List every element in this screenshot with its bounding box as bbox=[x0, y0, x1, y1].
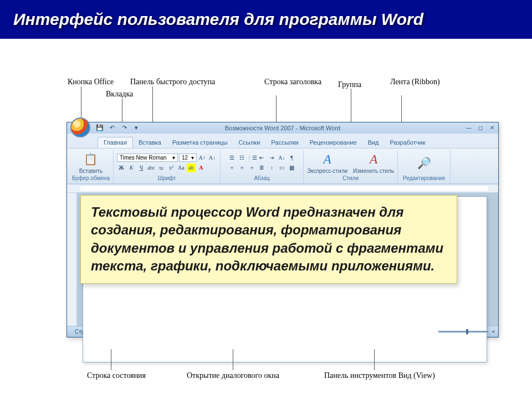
grow-font-icon[interactable]: A↑ bbox=[198, 154, 207, 162]
vertical-ruler[interactable] bbox=[67, 193, 77, 326]
sort-icon[interactable]: A↓ bbox=[277, 154, 286, 162]
save-icon[interactable]: 💾 bbox=[95, 122, 105, 132]
tab-view[interactable]: Вид bbox=[362, 137, 385, 148]
close-icon[interactable]: ✕ bbox=[487, 124, 497, 131]
show-marks-icon[interactable]: ¶ bbox=[287, 154, 296, 162]
editing-button[interactable]: 🔎 bbox=[416, 155, 432, 171]
callout-office-button: Кнопка Office bbox=[68, 78, 114, 86]
group-editing: 🔎 Редактирование bbox=[398, 150, 451, 183]
paste-icon: 📋 bbox=[83, 151, 99, 167]
borders-icon[interactable]: ▦ bbox=[287, 163, 296, 172]
quick-styles-button[interactable]: A Экспресс-стили bbox=[307, 151, 347, 174]
multilevel-icon[interactable]: ⋮☰ bbox=[247, 154, 256, 162]
callout-status-bar: Строка состояния bbox=[87, 371, 146, 380]
font-family-select[interactable]: Times New Roman▾ bbox=[117, 154, 178, 162]
shading-icon[interactable]: ▭ bbox=[277, 163, 286, 172]
change-style-button[interactable]: A Изменить стиль bbox=[353, 151, 394, 174]
subscript-button[interactable]: x₂ bbox=[157, 163, 166, 172]
group-title-paragraph: Абзац bbox=[224, 174, 300, 182]
leader-line bbox=[233, 349, 233, 370]
undo-icon[interactable]: ↶ bbox=[107, 122, 117, 132]
find-icon: 🔎 bbox=[416, 155, 432, 171]
group-font: Times New Roman▾ 12▾ A↑ A↓ Ж К Ч bbox=[114, 150, 221, 183]
group-clipboard: 📋 Вставить Буфер обмена bbox=[69, 150, 114, 183]
bullets-icon[interactable]: ☰ bbox=[227, 154, 236, 162]
group-title-font: Шрифт bbox=[117, 174, 217, 182]
slide-title: Интерфейс пользователя для программы Wor… bbox=[0, 0, 532, 39]
justify-icon[interactable]: ≣ bbox=[257, 163, 266, 172]
quick-access-toolbar: 💾 ↶ ↷ ▾ bbox=[95, 122, 141, 132]
callout-ribbon: Лента (Ribbon) bbox=[390, 78, 440, 86]
callout-view-toolbar: Панель инструментов Вид (View) bbox=[324, 371, 435, 380]
paste-label: Вставить bbox=[79, 168, 103, 174]
quick-styles-label: Экспресс-стили bbox=[307, 168, 347, 174]
document-area: Текстовый процессор Word предназначен дл… bbox=[67, 193, 498, 326]
strike-button[interactable]: abc bbox=[147, 163, 156, 172]
font-size-value: 12 bbox=[182, 155, 188, 161]
callout-tab: Вкладка bbox=[106, 90, 133, 99]
quick-styles-icon: A bbox=[320, 151, 335, 167]
font-size-select[interactable]: 12▾ bbox=[179, 154, 197, 162]
title-bar: 💾 ↶ ↷ ▾ Возможности Word 2007 - Microsof… bbox=[67, 122, 498, 134]
highlight-button[interactable]: ab bbox=[187, 163, 196, 172]
tab-references[interactable]: Ссылки bbox=[233, 137, 266, 148]
text-effects-button[interactable]: Aa bbox=[177, 163, 186, 172]
group-title-editing: Редактирование bbox=[401, 174, 447, 182]
group-title-clipboard: Буфер обмена bbox=[72, 174, 110, 182]
callout-group: Группа bbox=[338, 80, 361, 89]
callout-quick-access: Панель быстрого доступа bbox=[130, 78, 215, 86]
superscript-button[interactable]: x² bbox=[167, 163, 176, 172]
minimize-icon[interactable]: — bbox=[464, 124, 474, 131]
office-button[interactable] bbox=[70, 117, 90, 137]
callout-dialog-launcher: Открытие диалогового окна bbox=[187, 371, 279, 380]
italic-button[interactable]: К bbox=[127, 163, 136, 172]
group-styles: A Экспресс-стили A Изменить стиль Стили bbox=[304, 150, 398, 183]
dec-indent-icon[interactable]: ⇤ bbox=[257, 154, 266, 162]
word-window: 💾 ↶ ↷ ▾ Возможности Word 2007 - Microsof… bbox=[66, 122, 499, 337]
zoom-in-icon[interactable]: + bbox=[492, 329, 495, 335]
change-style-label: Изменить стиль bbox=[353, 168, 394, 174]
align-left-icon[interactable]: ≡ bbox=[227, 163, 236, 172]
callout-title-bar: Строка заголовка bbox=[264, 78, 321, 86]
group-paragraph: ☰ ☷ ⋮☰ ⇤ ⇥ A↓ ¶ ≡ ≡ ≡ ≣ bbox=[221, 150, 304, 183]
font-family-value: Times New Roman bbox=[120, 155, 167, 161]
group-title-styles: Стили bbox=[307, 174, 394, 182]
numbering-icon[interactable]: ☷ bbox=[237, 154, 246, 162]
tab-page-layout[interactable]: Разметка страницы bbox=[167, 137, 233, 148]
change-style-icon: A bbox=[366, 151, 381, 167]
tab-insert[interactable]: Вставка bbox=[133, 137, 167, 148]
horizontal-ruler[interactable] bbox=[67, 184, 498, 193]
annotation-note: Текстовый процессор Word предназначен дл… bbox=[80, 195, 457, 284]
window-title-text: Возможности Word 2007 - Microsoft Word bbox=[225, 125, 340, 131]
document-page[interactable]: Текстовый процессор Word предназначен дл… bbox=[83, 196, 487, 362]
inc-indent-icon[interactable]: ⇥ bbox=[267, 154, 276, 162]
shrink-font-icon[interactable]: A↓ bbox=[208, 154, 217, 162]
leader-line bbox=[374, 349, 375, 370]
line-spacing-icon[interactable]: ↕ bbox=[267, 163, 276, 172]
qat-more-icon[interactable]: ▾ bbox=[131, 122, 141, 132]
bold-button[interactable]: Ж bbox=[117, 163, 126, 172]
tab-developer[interactable]: Разработчик bbox=[385, 137, 431, 148]
align-center-icon[interactable]: ≡ bbox=[237, 163, 246, 172]
tab-review[interactable]: Рецензирование bbox=[304, 137, 362, 148]
ribbon: 📋 Вставить Буфер обмена Times New Roman▾ bbox=[67, 148, 498, 184]
paste-button[interactable]: 📋 Вставить bbox=[79, 151, 103, 174]
maximize-icon[interactable]: ◻ bbox=[475, 124, 485, 131]
leader-line bbox=[111, 349, 111, 370]
tab-mailings[interactable]: Рассылки bbox=[265, 137, 304, 148]
leader-line bbox=[152, 86, 153, 127]
redo-icon[interactable]: ↷ bbox=[119, 122, 129, 132]
zoom-slider[interactable] bbox=[438, 331, 488, 332]
align-right-icon[interactable]: ≡ bbox=[247, 163, 256, 172]
font-color-button[interactable]: A bbox=[197, 163, 206, 172]
tab-home[interactable]: Главная bbox=[98, 137, 133, 148]
underline-button[interactable]: Ч bbox=[137, 163, 146, 172]
